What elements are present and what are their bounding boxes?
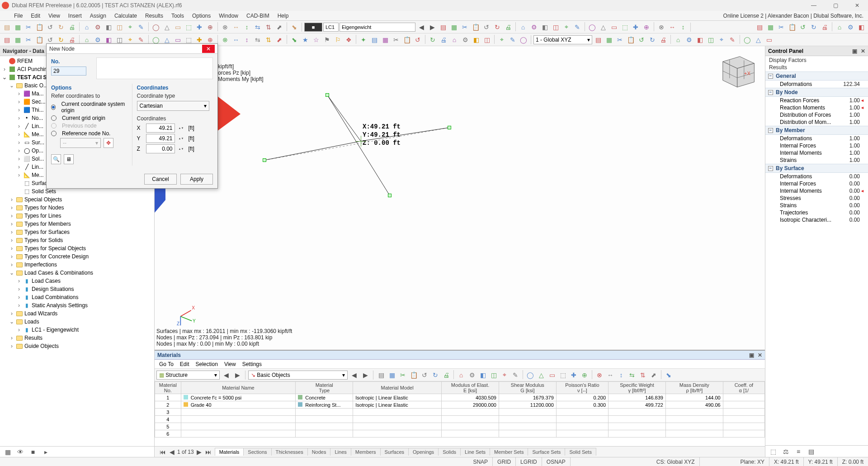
cp-item[interactable]: Deformations1.00: [765, 135, 868, 142]
cp-item[interactable]: Deformations0.00: [765, 173, 868, 180]
toolbar-button[interactable]: ▤: [593, 35, 603, 45]
toolbar-button[interactable]: ↻: [430, 370, 440, 380]
page-next-icon[interactable]: ▶: [196, 448, 203, 456]
cp-group[interactable]: −By Surface: [765, 164, 868, 173]
toolbar-button[interactable]: ✂: [615, 35, 625, 45]
mat-tab[interactable]: Thicknesses: [271, 448, 308, 456]
cp-item[interactable]: Isotropic Characteri...0.00: [765, 216, 868, 223]
mat-float-icon[interactable]: ▣: [749, 352, 754, 358]
minimize-button[interactable]: —: [805, 1, 823, 10]
toolbar-button[interactable]: ✂: [391, 35, 401, 45]
toolbar-button[interactable]: ⇆: [253, 35, 263, 45]
menu-calculate[interactable]: Calculate: [110, 12, 141, 20]
page-first-icon[interactable]: ⏮: [159, 448, 166, 456]
toolbar-button[interactable]: ◧: [104, 22, 113, 32]
toolbar-button[interactable]: ◫: [706, 35, 716, 45]
cp-foot-b4[interactable]: ▤: [806, 447, 816, 456]
tree-item[interactable]: ›▮Load Cases: [0, 277, 154, 285]
coord-z-input[interactable]: [146, 144, 175, 153]
toolbar-button[interactable]: ⬚: [558, 370, 568, 380]
tree-item[interactable]: ›Imperfections: [0, 261, 154, 269]
tree-item[interactable]: ›Types for Solids: [0, 236, 154, 244]
toolbar-button[interactable]: △: [536, 370, 546, 380]
toolbar-button[interactable]: ↔: [231, 35, 241, 45]
tree-item[interactable]: ›Types for Nodes: [0, 204, 154, 212]
no-input[interactable]: [51, 67, 86, 76]
dialog-close-button[interactable]: ✕: [202, 45, 215, 53]
tree-item[interactable]: ›▮Static Analysis Settings: [0, 301, 154, 309]
mat-tab[interactable]: Member Sets: [490, 448, 528, 456]
mat-next2-icon[interactable]: ▶: [360, 370, 370, 380]
cp-item[interactable]: Stresses0.00: [765, 195, 868, 202]
toolbar-button[interactable]: ◯: [519, 35, 528, 45]
mat-combo-basic[interactable]: ↘ Basic Objects▾: [248, 371, 348, 380]
toolbar-button[interactable]: 📋: [34, 35, 44, 45]
toolbar-button[interactable]: ◧: [478, 370, 488, 380]
toolbar-button[interactable]: ▭: [173, 22, 183, 32]
toolbar-button[interactable]: 🖨: [67, 22, 77, 32]
lc-prev-icon[interactable]: ◀: [416, 22, 426, 32]
toolbar-button[interactable]: ◯: [151, 22, 161, 32]
mat-tab[interactable]: Sections: [243, 448, 271, 456]
toolbar-button[interactable]: ✂: [776, 22, 786, 32]
table-row[interactable]: 2Grade 40Reinforcing St...Isotropic | Li…: [155, 401, 765, 409]
toolbar-button[interactable]: ↺: [798, 22, 808, 32]
cp-group[interactable]: −By Member: [765, 126, 868, 135]
toolbar-button[interactable]: ⇆: [253, 22, 263, 32]
apply-button[interactable]: Apply: [180, 174, 213, 185]
mat-tab[interactable]: Solids: [438, 448, 461, 456]
toolbar-button[interactable]: ↕: [242, 35, 252, 45]
toolbar-button[interactable]: ◯: [587, 22, 597, 32]
tree-item[interactable]: ›▮LC1 - Eigengewicht: [0, 326, 154, 334]
radio-grid-origin[interactable]: Current grid origin: [51, 115, 127, 121]
mat-tab[interactable]: Members: [351, 448, 381, 456]
toolbar-button[interactable]: ⚐: [333, 35, 343, 45]
status-osnap[interactable]: OSNAP: [542, 457, 571, 466]
toolbar-button[interactable]: ✎: [572, 22, 582, 32]
toolbar-button[interactable]: ◫: [482, 35, 492, 45]
toolbar-button[interactable]: ⊕: [205, 22, 215, 32]
node-icon[interactable]: [326, 93, 329, 97]
radio-cs-origin[interactable]: Current coordinate system origin: [51, 101, 127, 114]
mat-menu-settings[interactable]: Settings: [242, 361, 262, 367]
toolbar-button[interactable]: ✂: [24, 22, 33, 32]
toolbar-button[interactable]: ⌂: [673, 35, 683, 45]
cp-foot-b3[interactable]: ≡: [793, 447, 803, 456]
toolbar-button[interactable]: ✂: [24, 35, 33, 45]
mat-menu-selection[interactable]: Selection: [196, 361, 218, 367]
toolbar-button[interactable]: ◧: [856, 22, 866, 32]
toolbar-button[interactable]: ↔: [667, 22, 677, 32]
toolbar-button[interactable]: ◫: [114, 22, 124, 32]
mat-menu-view[interactable]: View: [224, 361, 236, 367]
toolbar-button[interactable]: ↺: [637, 35, 646, 45]
toolbar-button[interactable]: ▦: [13, 35, 23, 45]
mat-close-icon[interactable]: ✕: [758, 352, 762, 358]
toolbar-button[interactable]: ▤: [369, 35, 379, 45]
materials-grid[interactable]: MaterialNo.Material NameMaterialTypeMate…: [155, 381, 765, 446]
toolbar-button[interactable]: ↔: [231, 22, 241, 32]
toolbar-button[interactable]: ☆: [311, 35, 321, 45]
status-lgrid[interactable]: LGRID: [516, 457, 542, 466]
toolbar-button[interactable]: ↻: [647, 35, 657, 45]
toolbar-button[interactable]: 📋: [471, 22, 481, 32]
tree-item[interactable]: ›Types for Members: [0, 220, 154, 228]
nav-foot-cam-icon[interactable]: ■: [28, 447, 38, 457]
toolbar-button[interactable]: ▦: [13, 22, 23, 32]
toolbar-button[interactable]: ⊗: [656, 22, 666, 32]
toolbar-button[interactable]: ◫: [489, 370, 499, 380]
menu-edit[interactable]: Edit: [27, 12, 44, 20]
toolbar-button[interactable]: ↻: [492, 22, 502, 32]
tree-item[interactable]: ›Results: [0, 334, 154, 342]
toolbar-button[interactable]: ⇅: [638, 370, 648, 380]
mat-combo-structure[interactable]: ▦ Structure▾: [156, 371, 220, 380]
toolbar-button[interactable]: ⇅: [264, 22, 274, 32]
toolbar-button[interactable]: ⇆: [627, 370, 637, 380]
toolbar-button[interactable]: 📋: [409, 370, 419, 380]
toolbar-button[interactable]: ⌖: [125, 22, 135, 32]
toolbar-button[interactable]: ⬊: [289, 35, 299, 45]
cp-item[interactable]: Reaction Forces1.00◄: [765, 97, 868, 104]
coord-y-input[interactable]: [146, 134, 175, 143]
mat-tab[interactable]: Line Sets: [460, 448, 490, 456]
toolbar-button[interactable]: ✚: [194, 22, 204, 32]
toolbar-button[interactable]: 🖨: [820, 22, 830, 32]
